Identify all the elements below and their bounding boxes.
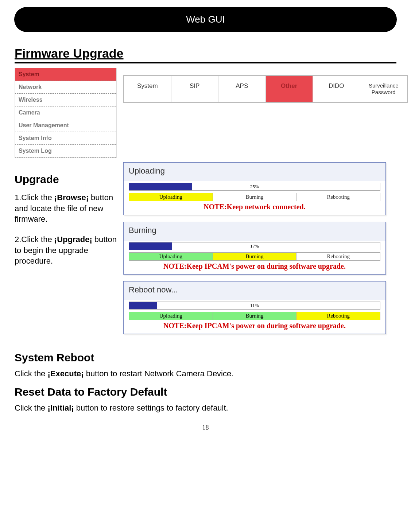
progress-bar: 11% xyxy=(129,302,380,310)
panel-note: NOTE:Keep IPCAM's power on during softwa… xyxy=(124,261,385,271)
sidebar-item-user-management[interactable]: User Management xyxy=(15,119,116,132)
section-title: Firmware Upgrade xyxy=(15,46,396,63)
stage-row: Uploading Burning Rebooting xyxy=(129,252,380,261)
tab-system[interactable]: System xyxy=(124,76,171,102)
progress-label: 11% xyxy=(250,303,259,308)
sidebar-item-camera[interactable]: Camera xyxy=(15,106,116,119)
page-header-title: Web GUI xyxy=(186,14,225,25)
sidebar-item-system[interactable]: System xyxy=(15,68,116,81)
upgrade-step-1: 1.Click the ¡Browse¡ button and locate t… xyxy=(15,192,117,225)
progress-label: 25% xyxy=(250,184,259,190)
panel-note: NOTE:Keep network connected. xyxy=(124,201,385,211)
reboot-heading: System Reboot xyxy=(15,352,396,364)
stage-rebooting: Rebooting xyxy=(296,193,380,201)
stage-uploading: Uploading xyxy=(129,193,213,201)
stage-rebooting: Rebooting xyxy=(296,253,380,260)
sidebar-nav: System Network Wireless Camera User Mana… xyxy=(15,68,117,158)
upgrade-step-2: 2.Click the ¡Upgrade¡ button to begin th… xyxy=(15,234,117,267)
page-number: 18 xyxy=(15,424,396,431)
tab-sip[interactable]: SIP xyxy=(171,76,219,102)
sidebar-item-wireless[interactable]: Wireless xyxy=(15,94,116,106)
stage-row: Uploading Burning Rebooting xyxy=(129,312,380,320)
panel-title: Uploading xyxy=(124,163,385,181)
tab-dido[interactable]: DIDO xyxy=(313,76,360,102)
progress-bar: 17% xyxy=(129,242,380,250)
stage-row: Uploading Burning Rebooting xyxy=(129,193,380,201)
panel-title: Burning xyxy=(124,222,385,241)
panel-note: NOTE:Keep IPCAM's power on during softwa… xyxy=(124,320,385,330)
stage-uploading: Uploading xyxy=(129,312,213,320)
stage-burning: Burning xyxy=(213,253,297,260)
sidebar-item-system-info[interactable]: System Info xyxy=(15,132,116,145)
reboot-text: Click the ¡Execute¡ button to restart Ne… xyxy=(15,369,396,378)
tab-other[interactable]: Other xyxy=(266,76,313,102)
tab-aps[interactable]: APS xyxy=(218,76,266,102)
panel-burning: Burning 17% Uploading Burning Rebooting … xyxy=(123,222,386,275)
stage-burning: Burning xyxy=(213,193,297,201)
sidebar-item-network[interactable]: Network xyxy=(15,81,116,94)
sidebar-item-system-log[interactable]: System Log xyxy=(15,145,116,158)
tab-surveillance-password[interactable]: Surveillance Password xyxy=(360,76,407,102)
stage-burning: Burning xyxy=(213,312,297,320)
progress-bar: 25% xyxy=(129,183,380,191)
stage-rebooting: Rebooting xyxy=(296,312,380,320)
progress-label: 17% xyxy=(250,243,259,249)
upgrade-heading: Upgrade xyxy=(15,173,117,186)
reset-text: Click the ¡Initial¡ button to restore se… xyxy=(15,403,396,413)
panel-title: Reboot now... xyxy=(124,281,385,300)
reset-heading: Reset Data to Factory Default xyxy=(15,386,396,398)
panel-uploading: Uploading 25% Uploading Burning Rebootin… xyxy=(123,162,386,215)
panel-reboot: Reboot now... 11% Uploading Burning Rebo… xyxy=(123,281,386,334)
page-header: Web GUI xyxy=(15,7,396,32)
tab-bar: System SIP APS Other DIDO Surveillance P… xyxy=(123,75,408,103)
stage-uploading: Uploading xyxy=(129,253,213,260)
